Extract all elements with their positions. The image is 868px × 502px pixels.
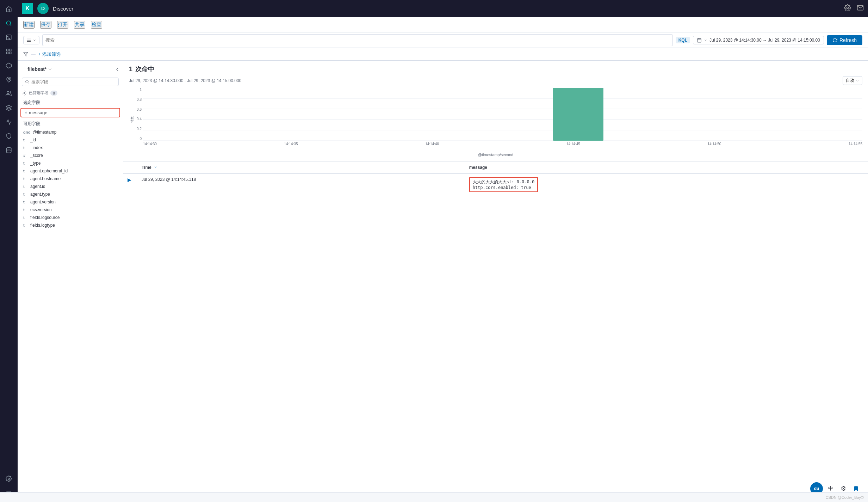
svg-rect-2 xyxy=(6,35,11,40)
field-item[interactable]: t_type xyxy=(18,159,123,167)
time-range-button[interactable]: Jul 29, 2023 @ 14:14:30.00 → Jul 29, 202… xyxy=(693,36,824,44)
refresh-label: Refresh xyxy=(839,37,857,43)
nav-siem-icon[interactable] xyxy=(2,130,15,142)
x-tick-5: 14:14:55 xyxy=(849,142,862,146)
field-type-t-icon: t xyxy=(25,111,27,115)
add-filter-button[interactable]: + 添加筛选 xyxy=(38,51,61,57)
nav-canvas-icon[interactable] xyxy=(2,59,15,72)
field-name: _id xyxy=(30,137,36,142)
open-button[interactable]: 打开 xyxy=(57,21,68,29)
search-input-wrap xyxy=(42,34,673,46)
message-cell: 大大的大大的大大st: 0.0.0.0 http.cors.enabled: t… xyxy=(465,174,868,195)
field-name: agent.hostname xyxy=(30,176,61,181)
nav-home-icon[interactable] xyxy=(2,3,15,16)
field-item[interactable]: tagent.type xyxy=(18,190,123,198)
watermark: CSDN @Coder_Boy© xyxy=(825,495,864,500)
filter-section-label: 已筛选字段 xyxy=(29,90,48,96)
index-selector[interactable]: filebeat* xyxy=(22,65,58,75)
save-button[interactable]: 保存 xyxy=(40,21,51,29)
selected-fields-header: 选定字段 xyxy=(18,97,123,107)
chart-inner xyxy=(143,88,862,141)
y-tick-02: 0.2 xyxy=(137,127,142,131)
app-icon: D xyxy=(37,3,49,14)
field-item[interactable]: tfields.logsource xyxy=(18,214,123,221)
field-search-input[interactable] xyxy=(31,79,116,84)
field-type-icon: t xyxy=(23,138,28,142)
x-tick-0: 14:14:30 xyxy=(143,142,157,146)
field-list: grid@timestampt_idt_index#_scoret_typeta… xyxy=(18,128,123,229)
chart-area: 1 次命中 Jul 29, 2023 @ 14:14:30.000 - Jul … xyxy=(123,61,868,161)
chart-svg xyxy=(143,88,862,141)
field-search-icon xyxy=(25,80,29,84)
mail-icon[interactable] xyxy=(857,4,864,13)
refresh-button[interactable]: Refresh xyxy=(827,35,862,45)
nav-dashboard-icon[interactable] xyxy=(2,45,15,58)
svg-point-26 xyxy=(24,92,25,94)
svg-point-24 xyxy=(26,80,29,83)
auto-interval-button[interactable]: 自动 xyxy=(843,76,862,85)
time-col-header[interactable]: Time xyxy=(137,161,465,174)
collapse-sidebar-button[interactable] xyxy=(114,67,120,73)
toolbar2: 新建 保存 打开 共享 检查 xyxy=(18,17,868,32)
field-type-icon: t xyxy=(23,161,28,165)
nav-users-icon[interactable] xyxy=(2,87,15,100)
field-type-icon: t xyxy=(23,208,28,212)
hit-count: 1 xyxy=(129,66,132,73)
nav-stack-icon[interactable] xyxy=(2,144,15,157)
field-item[interactable]: tecs.version xyxy=(18,206,123,214)
svg-rect-3 xyxy=(6,49,8,51)
field-item[interactable]: t_id xyxy=(18,136,123,144)
field-item[interactable]: tfields.logtype xyxy=(18,221,123,229)
field-item[interactable]: grid@timestamp xyxy=(18,128,123,136)
time-cell: Jul 29, 2023 @ 14:14:45.118 xyxy=(137,174,465,195)
row-expand-button[interactable]: ▶ xyxy=(128,177,131,183)
field-name: agent.version xyxy=(30,200,56,204)
share-button[interactable]: 共享 xyxy=(74,21,85,29)
selected-field-message[interactable]: t message xyxy=(20,108,120,117)
field-item[interactable]: tagent.version xyxy=(18,198,123,206)
svg-rect-5 xyxy=(6,52,8,54)
field-item[interactable]: tagent.ephemeral_id xyxy=(18,167,123,175)
new-button[interactable]: 新建 xyxy=(23,21,35,29)
x-axis-label: @timestamp/second xyxy=(129,153,862,157)
topbar-icons xyxy=(844,4,864,13)
nav-settings-icon[interactable] xyxy=(2,472,15,485)
inspect-button[interactable]: 检查 xyxy=(91,21,102,29)
x-tick-3: 14:14:45 xyxy=(566,142,580,146)
nav-sidebar xyxy=(0,0,18,502)
nav-apm-icon[interactable] xyxy=(2,116,15,128)
nav-discover-icon[interactable] xyxy=(2,17,15,30)
sidebar: filebeat* xyxy=(18,61,123,502)
chart-time-range-label: Jul 29, 2023 @ 14:14:30.000 - Jul 29, 20… xyxy=(129,78,247,83)
chart-container: 1 0.8 0.6 0.4 0.2 0 计数 xyxy=(129,88,862,151)
field-item[interactable]: tagent.id xyxy=(18,183,123,190)
field-name: ecs.version xyxy=(30,207,52,212)
svg-point-11 xyxy=(8,478,10,480)
settings-icon[interactable] xyxy=(844,4,851,13)
topbar: K D Discover xyxy=(18,0,868,17)
filter-section: 已筛选字段 0 xyxy=(18,89,123,97)
index-name: filebeat* xyxy=(27,66,46,72)
field-item[interactable]: tagent.hostname xyxy=(18,175,123,183)
selected-field-name: message xyxy=(29,110,48,115)
field-name: _index xyxy=(30,145,43,150)
kql-badge[interactable]: KQL xyxy=(676,37,690,43)
svg-rect-19 xyxy=(698,38,701,42)
app-title: Discover xyxy=(53,6,840,12)
svg-rect-33 xyxy=(553,88,603,141)
y-axis-label: 计数 xyxy=(130,116,135,123)
field-type-icon: t xyxy=(23,215,28,220)
filter-icon[interactable] xyxy=(23,52,28,57)
y-tick-1: 1 xyxy=(140,88,142,92)
field-item[interactable]: t_index xyxy=(18,144,123,152)
nav-visualize-icon[interactable] xyxy=(2,31,15,44)
svg-point-9 xyxy=(7,91,9,93)
field-item[interactable]: #_score xyxy=(18,152,123,159)
message-col-header: message xyxy=(465,161,868,174)
nav-ml-icon[interactable] xyxy=(2,102,15,114)
search-input[interactable] xyxy=(45,37,670,43)
field-type-icon: t xyxy=(23,177,28,181)
chart-header: 1 次命中 xyxy=(129,65,862,73)
index-selector-button[interactable] xyxy=(23,36,39,44)
nav-maps-icon[interactable] xyxy=(2,73,15,86)
